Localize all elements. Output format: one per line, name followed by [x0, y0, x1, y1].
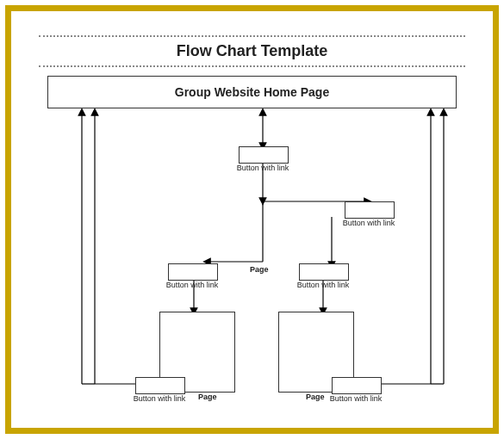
node-button-1 — [239, 146, 289, 164]
divider-bottom — [39, 65, 465, 67]
node-page-center-label: Page — [250, 265, 269, 274]
node-button-2 — [345, 201, 395, 219]
node-button-6-label: Button with link — [321, 394, 390, 403]
node-button-1-label: Button with link — [228, 164, 297, 172]
node-page-left-label: Page — [198, 393, 217, 401]
hero-box: Group Website Home Page — [47, 76, 457, 108]
node-button-6 — [332, 377, 382, 394]
node-page-right-label: Page — [306, 393, 325, 401]
node-button-5 — [135, 377, 185, 394]
hero-label: Group Website Home Page — [175, 85, 329, 99]
node-button-3 — [168, 263, 218, 281]
border-frame: Flow Chart Template Group Website Home P… — [5, 5, 499, 434]
content-area: Flow Chart Template Group Website Home P… — [30, 35, 474, 412]
node-button-2-label: Button with link — [334, 219, 403, 227]
diagram-title: Flow Chart Template — [30, 37, 474, 65]
node-button-4 — [299, 263, 349, 281]
node-button-3-label: Button with link — [158, 281, 227, 289]
diagram-canvas: Button with link Button with link Page B… — [47, 108, 457, 418]
node-button-4-label: Button with link — [289, 281, 358, 289]
node-button-5-label: Button with link — [125, 394, 194, 403]
